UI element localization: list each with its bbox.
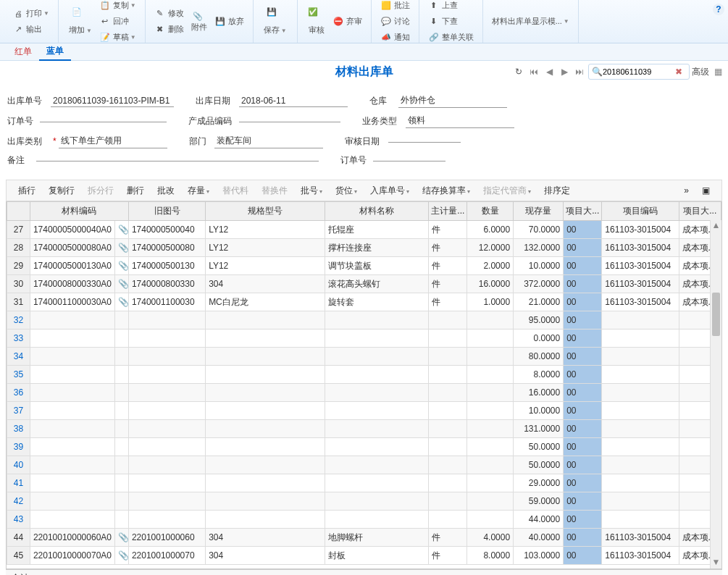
cell-qty[interactable] bbox=[467, 474, 514, 492]
cell-proj-code[interactable] bbox=[602, 456, 679, 474]
cell-proj-big[interactable]: 00 bbox=[564, 275, 602, 293]
cell-unit[interactable]: 件 bbox=[429, 275, 467, 293]
table-row[interactable]: 29 17400005000130A0 📎 1740000500130 LY12… bbox=[7, 257, 721, 275]
table-row[interactable]: 35 8.0000 00 bbox=[7, 366, 721, 384]
attachment-icon[interactable] bbox=[114, 511, 128, 529]
cell-spec[interactable] bbox=[206, 492, 325, 511]
cell-unit[interactable] bbox=[429, 366, 467, 384]
attachment-icon[interactable] bbox=[114, 420, 128, 438]
cell-spec[interactable]: LY12 bbox=[206, 221, 325, 239]
table-row[interactable]: 44 22010010000060A0 📎 2201001000060 304 … bbox=[7, 529, 721, 547]
cell-proj-code[interactable] bbox=[602, 420, 679, 438]
table-row[interactable]: 32 95.0000 00 bbox=[7, 311, 721, 330]
order-no-value[interactable] bbox=[373, 159, 445, 161]
cell-spec[interactable] bbox=[206, 330, 325, 348]
cell-qty[interactable] bbox=[467, 348, 514, 366]
add-button[interactable]: 📄 增加▼ bbox=[64, 6, 96, 37]
cell-proj-big[interactable]: 00 bbox=[564, 330, 602, 348]
cell-old-code[interactable] bbox=[128, 492, 205, 511]
table-row[interactable]: 39 50.0000 00 bbox=[7, 438, 721, 456]
cell-spec[interactable] bbox=[206, 384, 325, 402]
scroll-up-icon[interactable]: ▲ bbox=[711, 220, 721, 232]
cell-spec[interactable] bbox=[206, 511, 325, 529]
cell-material-name[interactable] bbox=[325, 366, 428, 384]
cell-unit[interactable] bbox=[429, 384, 467, 402]
cell-old-code[interactable]: 1740000500080 bbox=[128, 239, 205, 257]
cell-spec[interactable] bbox=[206, 348, 325, 366]
cell-stock[interactable]: 70.0000 bbox=[514, 221, 564, 239]
cell-material-code[interactable] bbox=[30, 438, 114, 456]
cell-material-name[interactable] bbox=[325, 511, 428, 529]
cell-unit[interactable]: 件 bbox=[429, 239, 467, 257]
cell-unit[interactable] bbox=[429, 311, 467, 330]
copy-button[interactable]: 📋复制▼ bbox=[96, 0, 139, 13]
tab-red[interactable]: 红单 bbox=[7, 43, 39, 60]
table-row[interactable]: 31 17400011000030A0 📎 1740001100030 MC白尼… bbox=[7, 293, 721, 311]
cell-unit[interactable] bbox=[429, 456, 467, 474]
cell-proj-code[interactable]: 161103-3015004 bbox=[602, 239, 679, 257]
cell-material-name[interactable] bbox=[325, 348, 428, 366]
cell-qty[interactable] bbox=[467, 456, 514, 474]
attachment-icon[interactable] bbox=[114, 311, 128, 330]
order-value[interactable] bbox=[40, 120, 167, 122]
cell-old-code[interactable]: 2201001000070 bbox=[128, 547, 205, 565]
cell-stock[interactable]: 80.0000 bbox=[514, 348, 564, 366]
attachment-icon[interactable] bbox=[114, 492, 128, 511]
attachment-icon[interactable] bbox=[114, 348, 128, 366]
cell-material-code[interactable]: 17400005000040A0 bbox=[30, 221, 114, 239]
cell-material-name[interactable] bbox=[325, 474, 428, 492]
nav-next-icon[interactable]: ▶ bbox=[558, 65, 571, 78]
attachment-icon[interactable]: 📎 bbox=[114, 529, 128, 547]
col-material-code[interactable]: 材料编码 bbox=[30, 202, 128, 221]
col-proj-big[interactable]: 项目大... bbox=[564, 202, 602, 221]
cell-stock[interactable]: 8.0000 bbox=[514, 366, 564, 384]
cell-old-code[interactable] bbox=[128, 402, 205, 420]
layout-icon[interactable]: ▦ bbox=[711, 65, 724, 78]
cell-old-code[interactable]: 1740001100030 bbox=[128, 293, 205, 311]
cell-stock[interactable]: 16.0000 bbox=[514, 384, 564, 402]
cell-proj-big[interactable]: 00 bbox=[564, 239, 602, 257]
cell-spec[interactable] bbox=[206, 456, 325, 474]
cell-qty[interactable] bbox=[467, 366, 514, 384]
attachment-icon[interactable] bbox=[114, 384, 128, 402]
product-value[interactable] bbox=[239, 120, 340, 122]
cell-material-code[interactable] bbox=[30, 402, 114, 420]
table-row[interactable]: 34 80.0000 00 bbox=[7, 348, 721, 366]
help-icon[interactable]: ? bbox=[713, 4, 724, 15]
location-button[interactable]: 货位▾ bbox=[330, 182, 363, 199]
batch-mod-button[interactable]: 批改 bbox=[151, 182, 180, 199]
cell-spec[interactable]: 304 bbox=[206, 547, 325, 565]
cell-material-name[interactable]: 滚花高头螺钉 bbox=[325, 275, 428, 293]
cell-proj-big[interactable]: 00 bbox=[564, 547, 602, 565]
cell-stock[interactable]: 95.0000 bbox=[514, 311, 564, 330]
cell-proj-big[interactable]: 00 bbox=[564, 511, 602, 529]
cell-spec[interactable]: 304 bbox=[206, 529, 325, 547]
attachment-icon[interactable] bbox=[114, 438, 128, 456]
cell-material-code[interactable]: 17400008000330A0 bbox=[30, 275, 114, 293]
cell-qty[interactable] bbox=[467, 420, 514, 438]
related-button[interactable]: 🔗整单关联 bbox=[425, 30, 477, 45]
cell-proj-big[interactable]: 00 bbox=[564, 402, 602, 420]
export-button[interactable]: ↗输出 bbox=[9, 22, 52, 37]
cell-material-code[interactable]: 17400011000030A0 bbox=[30, 293, 114, 311]
cell-old-code[interactable] bbox=[128, 384, 205, 402]
delete-button[interactable]: ✖删除 bbox=[151, 22, 187, 37]
nav-last-icon[interactable]: ⏭ bbox=[573, 65, 586, 78]
grid-maximize-icon[interactable]: ▣ bbox=[696, 183, 716, 198]
cell-stock[interactable]: 50.0000 bbox=[514, 456, 564, 474]
cell-proj-code[interactable] bbox=[602, 402, 679, 420]
cell-unit[interactable] bbox=[429, 492, 467, 511]
stock-button[interactable]: 存量▾ bbox=[182, 182, 215, 199]
cell-spec[interactable]: LY12 bbox=[206, 257, 325, 275]
cell-old-code[interactable] bbox=[128, 420, 205, 438]
cell-material-code[interactable]: 17400005000080A0 bbox=[30, 239, 114, 257]
col-stock[interactable]: 现存量 bbox=[514, 202, 564, 221]
table-row[interactable]: 38 131.0000 00 bbox=[7, 420, 721, 438]
cell-material-name[interactable] bbox=[325, 438, 428, 456]
cell-qty[interactable] bbox=[467, 511, 514, 529]
cell-qty[interactable]: 1.0000 bbox=[467, 293, 514, 311]
cell-material-name[interactable]: 封板 bbox=[325, 547, 428, 565]
col-spec[interactable]: 规格型号 bbox=[206, 202, 325, 221]
cell-stock[interactable]: 131.0000 bbox=[514, 420, 564, 438]
cell-material-name[interactable] bbox=[325, 330, 428, 348]
